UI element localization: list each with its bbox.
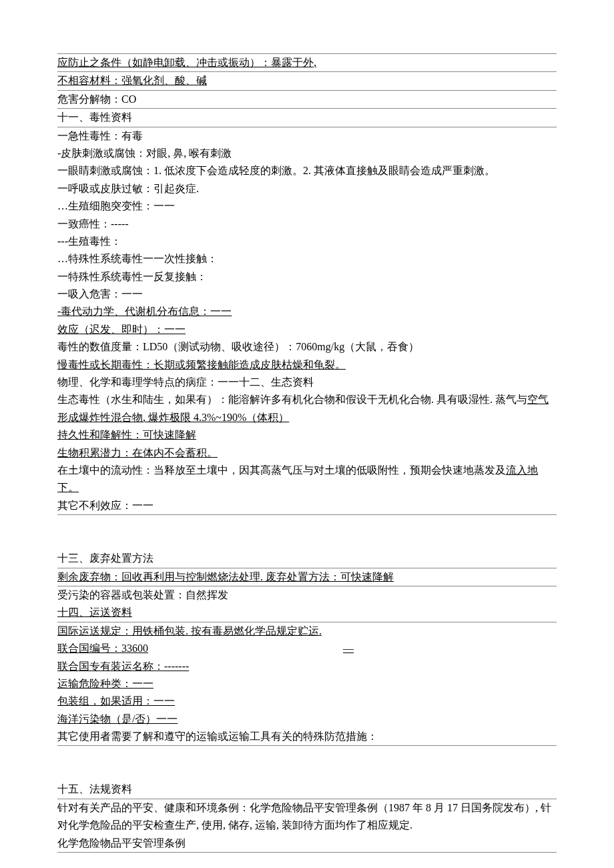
text-segment: 联合国专有装运名称：------- (57, 661, 189, 672)
text-segment: -毒代动力学、代谢机分布信息：一一 (57, 306, 232, 317)
divider (57, 852, 557, 853)
text-segment: 不相容材料：强氧化剂、酸、碱 (57, 75, 207, 86)
text-segment: 运输危险种类：一一 (57, 678, 154, 689)
text-line: 其它使用者需要了解和遵守的运输或运输工具有关的特殊防范措施： (57, 728, 557, 745)
text-line: 危害分解物：CO (57, 91, 557, 108)
text-segment: 受污染的容器或包装处置：自然挥发 (57, 589, 228, 600)
text-segment: 联合国编号：33600 (57, 642, 148, 654)
document-page: 应防止之条件（如静电卸载、冲击或振动）：暴露于外,不相容材料：强氧化剂、酸、碱危… (0, 0, 614, 868)
text-segment: 慢毒性或长期毒性：长期或频繁接触能造成皮肤枯燥和龟裂。 (57, 359, 346, 370)
text-segment: 持久性和降解性：可快速降解 (57, 429, 196, 440)
document-content: 应防止之条件（如静电卸载、冲击或振动）：暴露于外,不相容材料：强氧化剂、酸、碱危… (57, 53, 557, 853)
text-line: 一呼吸或皮肤过敏：引起炎症. (57, 180, 557, 197)
text-segment: — (343, 642, 354, 654)
text-segment: 十三、废弃处置方法 (57, 552, 154, 564)
text-line: 运输危险种类：一一 (57, 675, 557, 693)
text-line: 一致癌性：----- (57, 215, 557, 233)
text-line: 针对有关产品的平安、健康和环境条例：化学危险物品平安管理条例（1987 年 8 … (57, 799, 557, 835)
text-segment: …特殊性系统毒性一一次性接触： (57, 253, 218, 264)
text-segment: -皮肤刺激或腐蚀：对眼, 鼻, 喉有刺激 (57, 147, 232, 159)
blank-line (57, 515, 557, 532)
blank-line (57, 763, 557, 781)
text-line: 十一、毒性资料 (57, 109, 557, 126)
text-segment: 生态毒性（水生和陆生，如果有）：能溶解许多有机化合物和假设干无机化合物. 具有吸… (57, 394, 527, 405)
text-segment: 针对有关产品的平安、健康和环境条例：化学危险物品平安管理条例（1987 年 8 … (57, 802, 551, 831)
text-segment: 十四、运送资料 (57, 606, 132, 618)
text-line: 一特殊性系统毒性一反复接触： (57, 268, 557, 286)
text-line: 物理、化学和毒理学特点的病症：一一十二、生态资料 (57, 374, 557, 391)
text-line: 在土壤中的流动性：当释放至土壤中，因其高蒸气压与对土壤的低吸附性，预期会快速地蒸… (57, 462, 557, 497)
text-line: 十四、运送资料 (57, 604, 557, 621)
text-line: 生态毒性（水生和陆生，如果有）：能溶解许多有机化合物和假设干无机化合物. 具有吸… (57, 391, 557, 426)
blank-line (57, 746, 557, 763)
blank-line (57, 532, 557, 550)
text-line: 化学危险物品平安管理条例 (57, 835, 557, 852)
text-segment: 其它使用者需要了解和遵守的运输或运输工具有关的特殊防范措施： (57, 731, 378, 742)
text-segment (148, 642, 343, 654)
text-segment: 在土壤中的流动性：当释放至土壤中，因其高蒸气压与对土壤的低吸附性，预期会快速地蒸… (57, 464, 506, 476)
text-segment: 海洋污染物（是/否）一一 (57, 713, 178, 725)
text-segment: 应防止之条件（如静电卸载、冲击或振动）：暴露于外, (57, 57, 316, 68)
text-line: 效应（迟发、即时）：一一 (57, 321, 557, 338)
text-line: …生殖细胞突变性：一一 (57, 197, 557, 215)
text-segment: ---生殖毒性： (57, 236, 121, 247)
text-line: 联合国编号：33600 — (57, 640, 557, 657)
text-line: 一眼睛刺激或腐蚀：1. 低浓度下会造成轻度的刺激。2. 其液体直接触及眼睛会造成… (57, 162, 557, 179)
text-segment: 一吸入危害：一一 (57, 288, 143, 300)
text-line: 慢毒性或长期毒性：长期或频繁接触能造成皮肤枯燥和龟裂。 (57, 356, 557, 374)
text-segment: 十一、毒性资料 (57, 111, 132, 123)
text-segment: 效应（迟发、即时）：一一 (57, 324, 186, 335)
text-segment: 剩余废弃物：回收再利用与控制燃烧法处理. 废弃处置方法：可快速降解 (57, 571, 394, 582)
text-line: 十五、法规资料 (57, 781, 557, 798)
text-line: 持久性和降解性：可快速降解 (57, 426, 557, 444)
text-line: 十三、废弃处置方法 (57, 550, 557, 567)
text-segment: 其它不利效应：一一 (57, 500, 154, 511)
text-segment: 包装组，如果适用：一一 (57, 695, 175, 707)
text-line: 生物积累潜力：在体内不会蓄积。 (57, 444, 557, 462)
text-segment: 化学危险物品平安管理条例 (57, 837, 186, 849)
text-line: 不相容材料：强氧化剂、酸、碱 (57, 72, 557, 89)
text-line: 国际运送规定：用铁桶包装. 按有毒易燃化学品规定贮运. (57, 622, 557, 640)
text-line: 一急性毒性：有毒 (57, 127, 557, 145)
text-line: ---生殖毒性： (57, 233, 557, 250)
text-segment: 生物积累潜力：在体内不会蓄积。 (57, 447, 218, 458)
text-line: 受污染的容器或包装处置：自然挥发 (57, 586, 557, 604)
text-segment: 一呼吸或皮肤过敏：引起炎症. (57, 183, 199, 194)
text-segment: …生殖细胞突变性：一一 (57, 200, 175, 211)
text-segment: 危害分解物：CO (57, 93, 136, 105)
text-segment: 一急性毒性：有毒 (57, 130, 143, 141)
text-line: …特殊性系统毒性一一次性接触： (57, 250, 557, 268)
text-line: 应防止之条件（如静电卸载、冲击或振动）：暴露于外, (57, 54, 557, 71)
text-line: 毒性的数值度量：LD50（测试动物、吸收途径）：7060mg/kg（大鼠，吞食） (57, 338, 557, 356)
text-segment: 毒性的数值度量：LD50（测试动物、吸收途径）：7060mg/kg（大鼠，吞食） (57, 341, 419, 352)
text-line: 联合国专有装运名称：------- (57, 658, 557, 675)
text-line: 剩余废弃物：回收再利用与控制燃烧法处理. 废弃处置方法：可快速降解 (57, 568, 557, 586)
text-line: 海洋污染物（是/否）一一 (57, 711, 557, 728)
text-segment: 一眼睛刺激或腐蚀：1. 低浓度下会造成轻度的刺激。2. 其液体直接触及眼睛会造成… (57, 165, 495, 176)
text-line: 其它不利效应：一一 (57, 497, 557, 514)
text-line: -毒代动力学、代谢机分布信息：一一 (57, 303, 557, 320)
text-line: 包装组，如果适用：一一 (57, 693, 557, 710)
text-segment: 一致癌性：----- (57, 218, 129, 230)
text-segment: 一特殊性系统毒性一反复接触： (57, 271, 207, 282)
text-line: 一吸入危害：一一 (57, 286, 557, 303)
text-segment: 物理、化学和毒理学特点的病症：一一十二、生态资料 (57, 376, 314, 388)
text-line: -皮肤刺激或腐蚀：对眼, 鼻, 喉有刺激 (57, 145, 557, 162)
text-segment: 国际运送规定：用铁桶包装. 按有毒易燃化学品规定贮运. (57, 625, 322, 636)
text-segment: 十五、法规资料 (57, 783, 132, 795)
